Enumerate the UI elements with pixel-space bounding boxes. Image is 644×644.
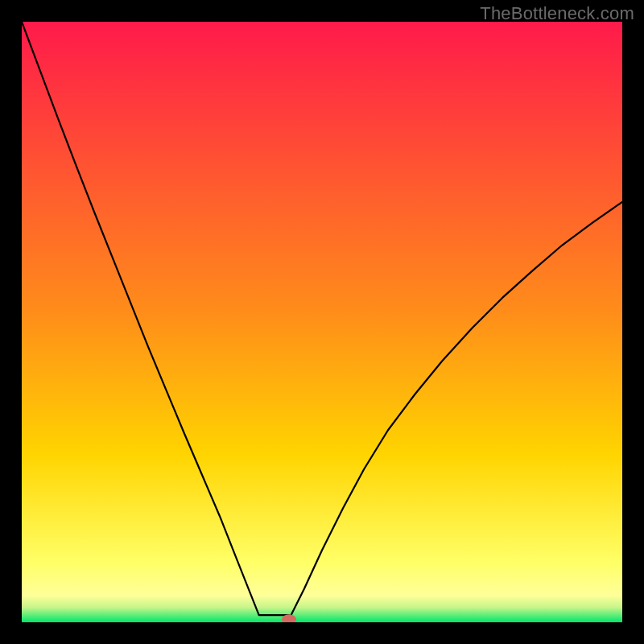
bottleneck-chart <box>22 22 622 622</box>
watermark-text: TheBottleneck.com <box>480 3 634 24</box>
gradient-background <box>22 22 622 622</box>
chart-frame <box>22 22 622 622</box>
